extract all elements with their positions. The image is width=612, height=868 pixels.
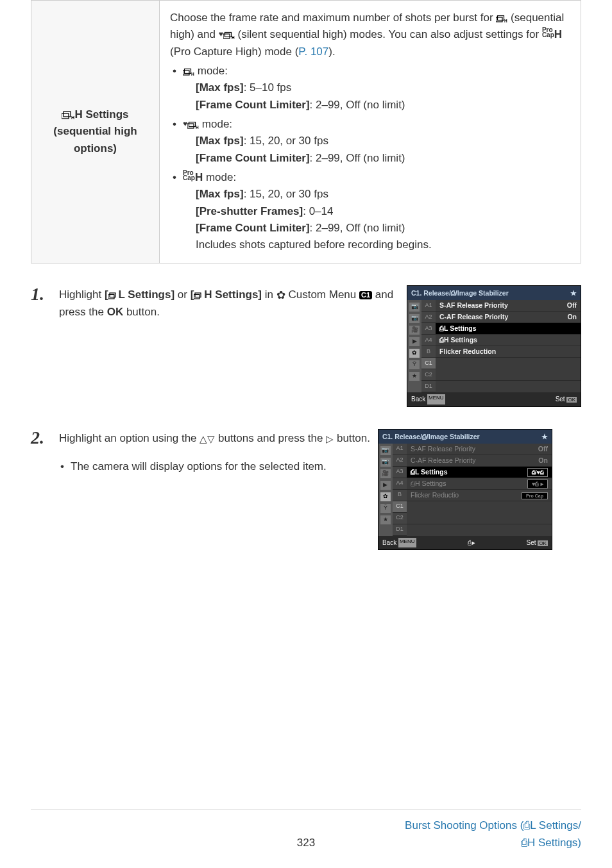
svg-rect-12 xyxy=(187,124,194,128)
step-2: 2. Highlight an option using the △▽ butt… xyxy=(31,429,581,551)
svg-rect-18 xyxy=(195,293,201,297)
settings-table: HH Settings (sequential high options) Ch… xyxy=(31,0,581,263)
svg-rect-0 xyxy=(62,113,69,119)
c1-badge: C1 xyxy=(359,291,372,299)
star-icon-2: ★ xyxy=(541,431,548,442)
seq-high-icon-2: H xyxy=(183,65,194,77)
silent-seq-high-icon: H xyxy=(223,28,235,40)
step-1-body: Highlight [L Settings] or [H Settings] i… xyxy=(59,285,399,321)
step-2-body: Highlight an option using the △▽ buttons… xyxy=(59,429,370,476)
page-footer: 323 Burst Shooting Options (⎙L Settings/… xyxy=(31,809,581,851)
silent-seq-high-icon-2: H xyxy=(187,118,199,130)
mode-item-procap-high: ProCapH mode: [Max fps]: 15, 20, or 30 f… xyxy=(170,169,570,254)
svg-rect-16 xyxy=(110,293,115,297)
page-number: 323 xyxy=(214,835,398,851)
settings-row-body: Choose the frame rate and maximum number… xyxy=(160,1,581,263)
burst-h-icon-2 xyxy=(194,288,204,301)
procap-h-icon: ProCap xyxy=(542,28,554,38)
footer-section-link[interactable]: Burst Shooting Options (⎙L Settings/ ⎙H … xyxy=(398,817,581,851)
label-text-2: (sequential high xyxy=(53,125,137,137)
mode-item-silent-seq-high: ♥H mode: [Max fps]: 15, 20, or 30 fps [F… xyxy=(170,116,570,167)
step-1-number: 1. xyxy=(31,285,51,303)
burst-l-icon xyxy=(108,288,119,301)
star-icon: ★ xyxy=(570,288,577,298)
down-arrow-icon: ▽ xyxy=(207,433,215,444)
svg-rect-9 xyxy=(183,71,189,75)
mode-item-seq-high: H mode: [Max fps]: 5–10 fps [Frame Count… xyxy=(170,63,570,113)
label-text-1: H Settings xyxy=(74,108,128,121)
step-1: 1. Highlight [L Settings] or [H Settings… xyxy=(31,285,581,407)
gear-icon: ✿ xyxy=(276,289,285,301)
link-p107[interactable]: P. 107 xyxy=(298,46,328,58)
up-arrow-icon: △ xyxy=(200,433,207,444)
camera-screen-1: C1. Release/⎙/Image Stabilizer★ 📷📷🎥▶✿Ÿ★ … xyxy=(407,285,581,407)
svg-rect-13 xyxy=(189,122,196,127)
label-text-3: options) xyxy=(74,142,117,154)
menu-row-l-settings-sel[interactable]: ⎙L Settings⎙/♥⎙ xyxy=(407,467,552,478)
camera-screen-2: C1. Release/⎙/Image Stabilizer★ 📷📷🎥▶✿Ÿ★ … xyxy=(378,429,552,551)
svg-rect-1 xyxy=(64,112,71,117)
procap-h-icon-2: ProCap xyxy=(183,171,195,181)
step-2-number: 2. xyxy=(31,429,51,447)
settings-row-label: HH Settings (sequential high options) xyxy=(31,1,160,263)
svg-rect-17 xyxy=(194,294,200,299)
svg-rect-7 xyxy=(225,33,231,37)
step-2-substep: The camera will display options for the … xyxy=(59,458,370,475)
svg-rect-4 xyxy=(498,16,504,21)
svg-rect-10 xyxy=(185,69,191,74)
intro-paragraph: Choose the frame rate and maximum number… xyxy=(170,10,570,60)
menu-row-l-settings[interactable]: ⎙L Settings xyxy=(436,323,581,335)
svg-rect-3 xyxy=(496,17,502,22)
seq-high-icon: H xyxy=(496,12,507,24)
right-arrow-icon: ▷ xyxy=(326,433,334,444)
svg-rect-15 xyxy=(108,294,114,299)
burst-h-icon: H xyxy=(62,108,74,121)
svg-rect-6 xyxy=(223,34,230,38)
heart-icon: ♥ xyxy=(219,29,223,38)
